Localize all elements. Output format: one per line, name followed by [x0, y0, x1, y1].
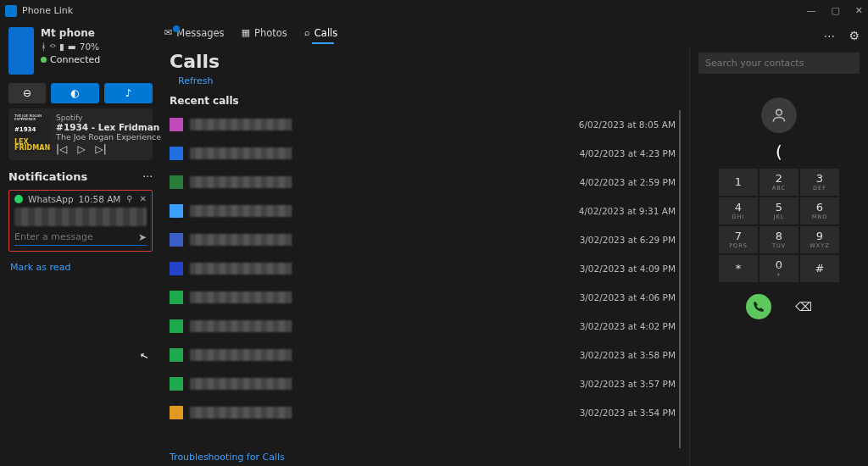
music-button[interactable]: ♪ — [104, 83, 153, 103]
call-name-redacted — [190, 147, 292, 159]
call-avatar — [170, 204, 183, 218]
speaker-icon: ◐ — [70, 87, 79, 99]
call-row[interactable]: 3/02/2023 at 3:54 PM — [170, 398, 676, 427]
dialer-key-4[interactable]: 4GHI — [719, 197, 758, 225]
call-avatar — [170, 118, 183, 131]
app-name: Phone Link — [22, 5, 73, 16]
call-row[interactable]: 3/02/2023 at 3:57 PM — [170, 369, 676, 398]
dialer-keypad: 12ABC3DEF4GHI5JKL6MNO7PQRS8TUV9WXYZ*0+# — [719, 169, 839, 282]
call-name-redacted — [190, 263, 292, 275]
sidebar: Mt phone ᚼ ⌔ ▮ ▬ 70% Connected ⊖ ◐ ♪ THE… — [0, 22, 161, 466]
notifications-more-button[interactable]: ⋯ — [142, 170, 153, 182]
call-avatar — [170, 291, 183, 304]
send-icon[interactable]: ➤ — [138, 231, 147, 243]
maximize-button[interactable]: ▢ — [831, 5, 839, 16]
call-time: 3/02/2023 at 6:29 PM — [580, 235, 676, 245]
call-row[interactable]: 3/02/2023 at 6:29 PM — [170, 225, 676, 254]
call-time: 4/02/2023 at 2:59 PM — [580, 177, 676, 187]
call-row[interactable]: 3/02/2023 at 4:02 PM — [170, 312, 676, 341]
dialer-key-#[interactable]: # — [800, 255, 839, 282]
backspace-button[interactable]: ⌫ — [795, 300, 812, 313]
whatsapp-icon — [14, 195, 23, 203]
media-prev-button[interactable]: |◁ — [56, 143, 67, 155]
bluetooth-icon: ᚼ — [41, 42, 47, 52]
dialer-key-7[interactable]: 7PQRS — [719, 226, 758, 253]
dialer-key-0[interactable]: 0+ — [760, 255, 798, 282]
titlebar: Phone Link — ▢ ✕ — [0, 0, 868, 22]
call-time: 3/02/2023 at 3:58 PM — [580, 350, 676, 360]
call-name-redacted — [190, 407, 292, 419]
call-row[interactable]: 3/02/2023 at 4:06 PM — [170, 283, 676, 312]
call-name-redacted — [190, 176, 292, 188]
call-avatar — [170, 377, 183, 391]
media-provider: Spotify — [56, 114, 161, 122]
overflow-button[interactable]: ⋯ — [823, 29, 835, 42]
call-row[interactable]: 4/02/2023 at 2:59 PM — [170, 168, 676, 197]
phone-image[interactable] — [8, 27, 34, 75]
dismiss-icon[interactable]: ✕ — [140, 194, 147, 203]
recent-calls-list[interactable]: 6/02/2023 at 8:05 AM4/02/2023 at 4:23 PM… — [170, 110, 681, 448]
dialer-key-5[interactable]: 5JKL — [760, 197, 798, 225]
call-name-redacted — [190, 205, 292, 217]
dialer-key-8[interactable]: 8TUV — [760, 226, 798, 253]
call-time: 3/02/2023 at 4:06 PM — [580, 292, 676, 302]
call-row[interactable]: 3/02/2023 at 4:09 PM — [170, 254, 676, 283]
call-time: 6/02/2023 at 8:05 AM — [579, 119, 676, 130]
media-card[interactable]: THE JOE ROGAN EXPERIENCE #1934 LEX FRIDM… — [8, 108, 153, 160]
battery-percent: 70% — [80, 42, 99, 52]
signal-icon: ▮ — [59, 42, 64, 52]
tab-photos[interactable]: ▦ Photos — [242, 27, 287, 42]
pin-icon[interactable]: ⚲ — [126, 194, 132, 203]
dialer-key-*[interactable]: * — [719, 255, 758, 282]
call-row[interactable]: 4/02/2023 at 9:31 AM — [170, 197, 676, 225]
call-time: 4/02/2023 at 4:23 PM — [580, 148, 676, 158]
call-time: 4/02/2023 at 9:31 AM — [579, 206, 676, 216]
call-avatar — [170, 262, 183, 275]
refresh-link[interactable]: Refresh — [178, 75, 681, 86]
dialer-key-2[interactable]: 2ABC — [760, 169, 798, 196]
call-time: 3/02/2023 at 4:02 PM — [580, 321, 676, 331]
battery-icon: ▬ — [68, 42, 76, 52]
dnd-button[interactable]: ⊖ — [8, 83, 46, 103]
call-row[interactable]: 4/02/2023 at 4:23 PM — [170, 139, 676, 168]
settings-button[interactable]: ⚙ — [849, 29, 860, 42]
dialer-pane: ( 12ABC3DEF4GHI5JKL6MNO7PQRS8TUV9WXYZ*0+… — [690, 47, 868, 466]
dialer-key-3[interactable]: 3DEF — [800, 169, 839, 196]
dialer-key-9[interactable]: 9WXYZ — [800, 226, 839, 253]
svg-point-0 — [776, 109, 782, 115]
notification-card[interactable]: WhatsApp 10:58 AM ⚲ ✕ ➤ — [8, 190, 153, 252]
search-contacts-input[interactable] — [698, 53, 860, 74]
call-name-redacted — [190, 349, 292, 361]
dialer-key-6[interactable]: 6MNO — [800, 197, 839, 225]
tab-calls[interactable]: ⌕ Calls — [304, 27, 342, 42]
notification-body-redacted — [14, 208, 147, 226]
messages-icon: ✉ — [164, 27, 172, 38]
mark-as-read-link[interactable]: Mark as read — [10, 262, 151, 273]
troubleshooting-link[interactable]: Troubleshooting for Calls — [170, 448, 681, 463]
call-row[interactable]: 3/02/2023 at 3:58 PM — [170, 341, 676, 369]
minimize-button[interactable]: — — [806, 5, 815, 16]
media-artist: The Joe Rogan Experience — [56, 132, 161, 141]
app-icon — [5, 5, 17, 17]
call-name-redacted — [190, 234, 292, 246]
wifi-icon: ⌔ — [50, 42, 56, 52]
sound-button[interactable]: ◐ — [51, 83, 99, 103]
call-button[interactable] — [746, 294, 771, 319]
call-row[interactable]: 6/02/2023 at 8:05 AM — [170, 110, 676, 139]
dnd-icon: ⊖ — [23, 87, 31, 99]
contact-avatar-placeholder — [761, 97, 797, 133]
photos-icon: ▦ — [242, 27, 250, 38]
close-button[interactable]: ✕ — [855, 5, 863, 16]
call-name-redacted — [190, 320, 292, 332]
notification-time: 10:58 AM — [79, 194, 121, 204]
call-time: 3/02/2023 at 3:54 PM — [580, 408, 676, 418]
media-play-button[interactable]: ▷ — [77, 143, 85, 155]
reply-input[interactable] — [14, 231, 138, 242]
media-next-button[interactable]: ▷| — [96, 143, 107, 155]
call-avatar — [170, 406, 183, 419]
phone-name: Mt phone — [41, 27, 100, 39]
tab-messages[interactable]: ✉ Messages — [164, 27, 225, 42]
call-avatar — [170, 233, 183, 247]
dialer-key-1[interactable]: 1 — [719, 169, 758, 196]
media-title: #1934 - Lex Fridman — [56, 122, 161, 132]
